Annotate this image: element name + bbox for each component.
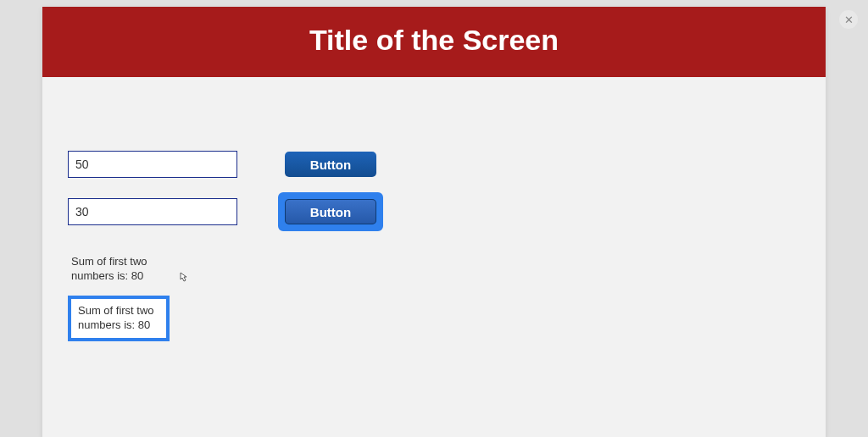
result-text-highlighted: Sum of first two numbers is: 80: [68, 296, 170, 341]
close-icon: ✕: [844, 14, 854, 26]
cursor-icon: [180, 272, 188, 285]
input-row-1: Button: [68, 145, 800, 184]
close-button[interactable]: ✕: [839, 10, 858, 29]
content-area: Button Button Sum of first two numbers i…: [42, 77, 826, 341]
page-title: Title of the Screen: [42, 7, 826, 77]
number-input-2[interactable]: [68, 198, 237, 225]
action-button-1[interactable]: Button: [285, 152, 376, 177]
result-text-plain-label: Sum of first two numbers is: 80: [71, 255, 147, 282]
button-wrap-1: Button: [278, 145, 383, 184]
action-button-2[interactable]: Button: [285, 199, 376, 224]
input-row-2: Button: [68, 192, 800, 231]
main-panel: Title of the Screen Button Button Sum of…: [42, 7, 826, 437]
button-wrap-2-highlighted: Button: [278, 192, 383, 231]
result-text-plain: Sum of first two numbers is: 80: [71, 255, 173, 284]
number-input-1[interactable]: [68, 151, 237, 178]
